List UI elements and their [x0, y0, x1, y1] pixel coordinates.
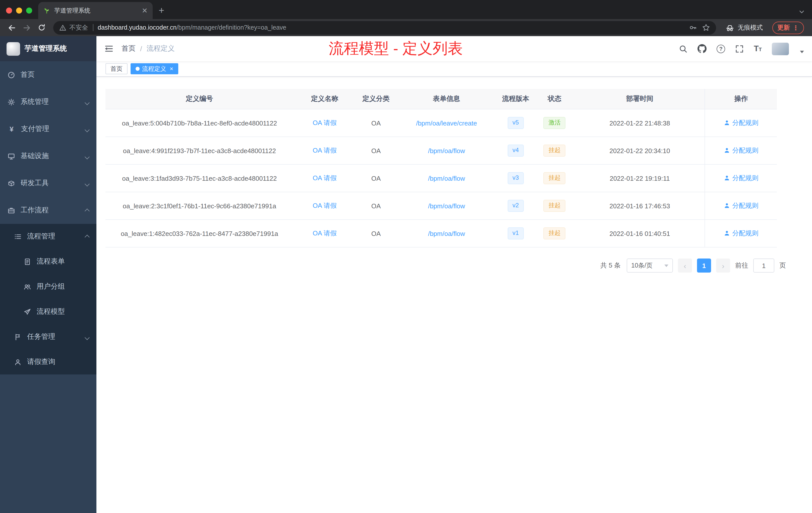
- collapse-sidebar-button[interactable]: [105, 44, 114, 53]
- definition-name-link[interactable]: OA 请假: [313, 230, 337, 237]
- status-tag: 挂起: [544, 228, 566, 239]
- chevron-down-icon: [85, 125, 89, 133]
- close-window-button[interactable]: [6, 7, 12, 13]
- sidebar-item-system[interactable]: 系统管理: [0, 88, 96, 116]
- app-title: 芋道管理系统: [25, 44, 67, 53]
- sidebar-item-process-management[interactable]: 流程管理: [0, 224, 96, 249]
- col-definition-name: 定义名称: [293, 89, 356, 109]
- user-avatar[interactable]: [772, 42, 789, 55]
- password-key-icon[interactable]: [689, 24, 697, 32]
- sidebar-item-workflow[interactable]: 工作流程: [0, 197, 96, 224]
- user-menu-caret-icon[interactable]: [800, 51, 804, 53]
- navbar-right-icons: ? TT: [679, 42, 804, 55]
- form-link[interactable]: /bpm/oa/flow: [428, 175, 465, 182]
- app-logo[interactable]: 芋道管理系统: [0, 36, 96, 61]
- user-icon: [724, 175, 730, 181]
- sidebar-item-label: 流程管理: [27, 232, 55, 241]
- definition-name-link[interactable]: OA 请假: [313, 202, 337, 209]
- page-1-button[interactable]: 1: [697, 259, 711, 273]
- reload-button[interactable]: [35, 21, 48, 34]
- cube-icon: [7, 179, 15, 187]
- sidebar-item-process-model[interactable]: 流程模型: [0, 299, 96, 324]
- font-size-icon[interactable]: TT: [754, 45, 762, 53]
- next-page-button[interactable]: ›: [716, 259, 730, 273]
- sidebar-item-label: 任务管理: [27, 332, 55, 341]
- definition-name-link[interactable]: OA 请假: [313, 147, 337, 154]
- address-bar[interactable]: 不安全 dashboard.yudao.iocoder.cn/bpm/manag…: [53, 21, 716, 34]
- assign-rule-link[interactable]: 分配规则: [724, 174, 758, 183]
- browser-menu-icon[interactable]: ⋮: [792, 24, 799, 31]
- version-tag: v4: [508, 145, 524, 156]
- zoom-window-button[interactable]: [26, 7, 32, 13]
- sidebar-item-label: 用户分组: [37, 282, 65, 291]
- definition-name-link[interactable]: OA 请假: [313, 119, 337, 126]
- tag-close-icon[interactable]: ×: [170, 65, 173, 72]
- definition-name-link[interactable]: OA 请假: [313, 174, 337, 182]
- help-icon[interactable]: ?: [717, 44, 725, 53]
- incognito-icon: [726, 23, 734, 32]
- sidebar-item-devtools[interactable]: 研发工具: [0, 170, 96, 197]
- form-link[interactable]: /bpm/oa/flow: [428, 147, 465, 154]
- sidebar-item-task-management[interactable]: 任务管理: [0, 324, 96, 350]
- tag-process-definition[interactable]: 流程定义 ×: [130, 63, 178, 74]
- assign-rule-link[interactable]: 分配规则: [724, 146, 758, 155]
- goto-page-input[interactable]: [753, 259, 774, 273]
- sidebar: 芋道管理系统 首页 系统管理 ¥ 支付管理 基础设施: [0, 36, 96, 513]
- col-process-version: 流程版本: [497, 89, 534, 109]
- status-tag: 挂起: [544, 172, 566, 184]
- search-icon[interactable]: [679, 44, 688, 53]
- status-tag: 挂起: [544, 145, 566, 156]
- prev-page-button[interactable]: ‹: [678, 259, 692, 273]
- breadcrumb-current: 流程定义: [147, 44, 175, 53]
- col-deploy-time: 部署时间: [575, 89, 705, 109]
- sidebar-item-leave-query[interactable]: 请假查询: [0, 350, 96, 374]
- sidebar-item-home[interactable]: 首页: [0, 61, 96, 88]
- page-size-select[interactable]: 10条/页: [627, 259, 673, 273]
- minimize-window-button[interactable]: [16, 7, 22, 13]
- fullscreen-icon[interactable]: [735, 44, 744, 53]
- new-tab-button[interactable]: +: [153, 5, 170, 19]
- logo-image: [6, 42, 20, 56]
- back-button[interactable]: [5, 21, 18, 34]
- assign-rule-link[interactable]: 分配规则: [724, 229, 758, 238]
- chevron-down-icon: [85, 333, 89, 341]
- forward-button[interactable]: [20, 21, 33, 34]
- user-icon: [724, 230, 730, 237]
- tab-close-icon[interactable]: ✕: [142, 7, 148, 14]
- sidebar-item-process-form[interactable]: 流程表单: [0, 249, 96, 274]
- sidebar-item-label: 基础设施: [21, 152, 49, 161]
- github-icon[interactable]: [697, 44, 706, 53]
- sidebar-item-payment[interactable]: ¥ 支付管理: [0, 116, 96, 143]
- form-link[interactable]: /bpm/oa/flow: [428, 230, 465, 237]
- breadcrumb-home[interactable]: 首页: [121, 44, 136, 53]
- tab-search-chevron-icon[interactable]: [799, 8, 812, 19]
- url-host: dashboard.yudao.iocoder.cn: [98, 24, 176, 31]
- browser-tab-strip: 芋道管理系统 ✕ +: [0, 0, 812, 19]
- main-area: 首页 / 流程定义 流程模型 - 定义列表 ? TT: [96, 36, 812, 513]
- sidebar-item-user-group[interactable]: 用户分组: [0, 274, 96, 299]
- bookmark-star-icon[interactable]: [702, 24, 710, 32]
- assign-rule-link[interactable]: 分配规则: [724, 201, 758, 210]
- chevron-up-icon: [85, 206, 89, 214]
- page-annotation-title: 流程模型 - 定义列表: [329, 38, 463, 59]
- browser-tab[interactable]: 芋道管理系统 ✕: [38, 2, 153, 19]
- assign-rule-link[interactable]: 分配规则: [724, 118, 758, 127]
- yen-icon: ¥: [7, 125, 16, 133]
- table-row: oa_leave:5:004b710b-7b8a-11ec-8ef0-acde4…: [106, 109, 777, 137]
- update-chrome-button[interactable]: 更新 ⋮: [772, 21, 804, 34]
- user-icon: [724, 120, 730, 126]
- sidebar-item-label: 系统管理: [21, 97, 49, 107]
- col-definition-id: 定义编号: [106, 89, 293, 109]
- form-link[interactable]: /bpm/oa/leave/create: [416, 119, 477, 127]
- deploy-time: 2022-01-22 19:19:11: [575, 164, 705, 192]
- version-tag: v1: [508, 228, 524, 239]
- user-icon: [724, 203, 730, 209]
- form-link[interactable]: /bpm/oa/flow: [428, 202, 465, 210]
- sidebar-item-label: 流程表单: [37, 257, 65, 266]
- app-root: 芋道管理系统 首页 系统管理 ¥ 支付管理 基础设施: [0, 36, 812, 513]
- tag-home[interactable]: 首页: [106, 63, 127, 74]
- sidebar-item-infrastructure[interactable]: 基础设施: [0, 143, 96, 170]
- security-label[interactable]: 不安全: [69, 23, 88, 32]
- chevron-down-icon: [85, 179, 89, 187]
- definition-id: oa_leave:1:482ec033-762a-11ec-8477-a2380…: [106, 220, 293, 247]
